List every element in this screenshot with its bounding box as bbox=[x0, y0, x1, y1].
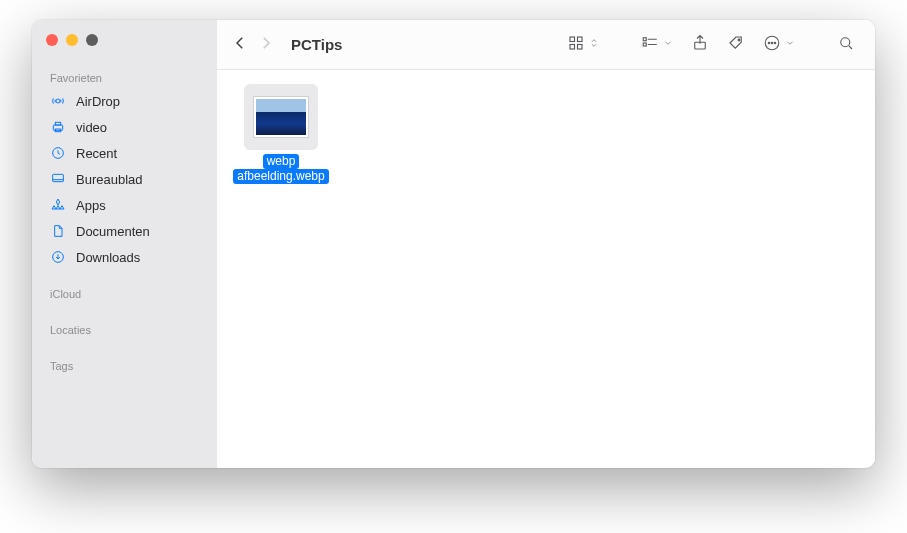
actions-button[interactable] bbox=[757, 30, 801, 60]
svg-rect-9 bbox=[570, 44, 575, 49]
main-area: PCTips bbox=[217, 20, 875, 468]
sidebar-section-header: iCloud bbox=[32, 282, 217, 304]
zoom-window-button[interactable] bbox=[86, 34, 98, 46]
clock-icon bbox=[50, 145, 66, 161]
tag-icon bbox=[727, 34, 745, 56]
svg-point-14 bbox=[738, 39, 740, 41]
view-mode-button[interactable] bbox=[561, 30, 605, 60]
chevron-down-icon bbox=[785, 34, 795, 56]
sidebar-item-video[interactable]: video bbox=[32, 114, 217, 140]
download-icon bbox=[50, 249, 66, 265]
svg-point-18 bbox=[774, 42, 776, 44]
sidebar-item-label: Bureaublad bbox=[76, 172, 143, 187]
svg-point-19 bbox=[841, 37, 850, 46]
file-grid[interactable]: webp afbeelding.webp bbox=[217, 70, 875, 468]
svg-point-16 bbox=[768, 42, 770, 44]
svg-rect-7 bbox=[570, 37, 575, 42]
sidebar-item-label: Recent bbox=[76, 146, 117, 161]
close-window-button[interactable] bbox=[46, 34, 58, 46]
desktop-icon bbox=[50, 171, 66, 187]
file-item[interactable]: webp afbeelding.webp bbox=[231, 84, 331, 184]
back-button[interactable] bbox=[231, 34, 249, 56]
sidebar-item-label: Downloads bbox=[76, 250, 140, 265]
folder-title: PCTips bbox=[291, 36, 342, 53]
sidebar: Favorieten AirDrop video Recent Bureaubl… bbox=[32, 20, 217, 468]
sidebar-item-apps[interactable]: Apps bbox=[32, 192, 217, 218]
sidebar-item-label: video bbox=[76, 120, 107, 135]
minimize-window-button[interactable] bbox=[66, 34, 78, 46]
sidebar-item-airdrop[interactable]: AirDrop bbox=[32, 88, 217, 114]
sidebar-item-label: Documenten bbox=[76, 224, 150, 239]
sidebar-item-label: AirDrop bbox=[76, 94, 120, 109]
group-icon bbox=[641, 34, 659, 56]
sidebar-item-downloads[interactable]: Downloads bbox=[32, 244, 217, 270]
document-icon bbox=[50, 223, 66, 239]
grid-icon bbox=[567, 34, 585, 56]
sidebar-section-header: Favorieten bbox=[32, 66, 217, 88]
sidebar-item-desktop[interactable]: Bureaublad bbox=[32, 166, 217, 192]
sidebar-item-documents[interactable]: Documenten bbox=[32, 218, 217, 244]
airdrop-icon bbox=[50, 93, 66, 109]
share-icon bbox=[691, 34, 709, 56]
apps-icon bbox=[50, 197, 66, 213]
svg-rect-5 bbox=[53, 174, 64, 181]
window-controls bbox=[32, 34, 217, 46]
svg-rect-8 bbox=[578, 37, 583, 42]
sidebar-section-header: Tags bbox=[32, 354, 217, 376]
svg-rect-1 bbox=[53, 125, 62, 130]
svg-point-17 bbox=[771, 42, 773, 44]
forward-button[interactable] bbox=[257, 34, 275, 56]
svg-rect-12 bbox=[643, 43, 646, 46]
file-thumbnail bbox=[244, 84, 318, 150]
sidebar-item-label: Apps bbox=[76, 198, 106, 213]
nav-arrows bbox=[231, 34, 275, 56]
chevron-down-icon bbox=[663, 34, 673, 56]
share-button[interactable] bbox=[685, 30, 715, 60]
sidebar-item-recent[interactable]: Recent bbox=[32, 140, 217, 166]
svg-rect-10 bbox=[578, 44, 583, 49]
group-by-button[interactable] bbox=[635, 30, 679, 60]
updown-icon bbox=[589, 34, 599, 56]
file-name-label[interactable]: webp afbeelding.webp bbox=[233, 154, 328, 184]
finder-window: Favorieten AirDrop video Recent Bureaubl… bbox=[32, 20, 875, 468]
toolbar: PCTips bbox=[217, 20, 875, 70]
svg-rect-2 bbox=[55, 122, 60, 125]
printer-icon bbox=[50, 119, 66, 135]
search-button[interactable] bbox=[831, 30, 861, 60]
search-icon bbox=[837, 34, 855, 56]
sidebar-section-header: Locaties bbox=[32, 318, 217, 340]
svg-point-0 bbox=[56, 99, 60, 103]
ellipsis-circle-icon bbox=[763, 34, 781, 56]
tags-button[interactable] bbox=[721, 30, 751, 60]
svg-rect-11 bbox=[643, 37, 646, 40]
